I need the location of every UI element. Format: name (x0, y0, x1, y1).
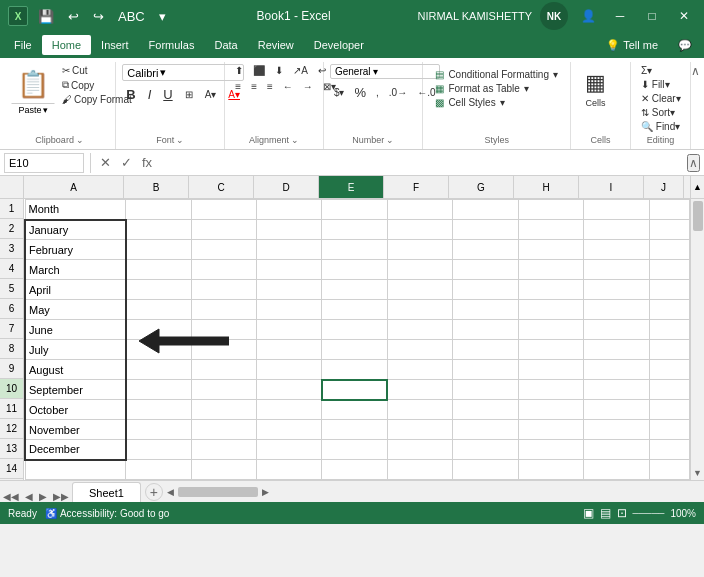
clipboard-expand-icon[interactable]: ⌄ (76, 135, 84, 145)
paste-button[interactable]: 📋 (10, 64, 56, 103)
increase-indent-button[interactable]: → (299, 80, 317, 93)
grid-cell[interactable] (387, 380, 452, 400)
align-right-button[interactable]: ≡ (263, 80, 277, 93)
grid-cell[interactable] (257, 340, 322, 360)
add-sheet-button[interactable]: + (145, 483, 163, 501)
grid-cell[interactable] (387, 420, 452, 440)
grid-cell[interactable] (387, 280, 452, 300)
fill-color-button[interactable]: A▾ (201, 88, 221, 101)
grid-cell[interactable] (649, 380, 689, 400)
grid-cell[interactable]: November (25, 420, 126, 440)
grid-cell[interactable]: February (25, 240, 126, 260)
grid-cell[interactable] (518, 200, 583, 220)
grid-cell[interactable] (584, 220, 649, 240)
grid-cell[interactable] (584, 240, 649, 260)
grid-cell[interactable] (387, 260, 452, 280)
grid-cell[interactable]: December (25, 440, 126, 460)
clear-button[interactable]: ✕ Clear▾ (637, 92, 685, 105)
grid-cell[interactable] (453, 240, 518, 260)
grid-cell[interactable] (584, 200, 649, 220)
grid-cell[interactable] (126, 260, 191, 280)
row-header-2[interactable]: 2 (0, 219, 23, 239)
grid-cell[interactable] (453, 360, 518, 380)
increase-decimal-button[interactable]: .0→ (385, 86, 411, 99)
tab-prev-single-button[interactable]: ◀ (22, 491, 36, 502)
grid-cell[interactable] (191, 380, 256, 400)
vscroll-down-arrow[interactable]: ▼ (691, 466, 704, 480)
grid-cell[interactable] (649, 460, 689, 480)
row-header-13[interactable]: 13 (0, 439, 23, 459)
grid-cell[interactable] (387, 300, 452, 320)
vscroll-thumb[interactable] (693, 201, 703, 231)
grid-cell[interactable] (518, 380, 583, 400)
grid-cell[interactable] (387, 320, 452, 340)
row-header-14[interactable]: 14 (0, 459, 23, 479)
col-header-d[interactable]: D (254, 176, 319, 198)
grid-cell[interactable] (191, 260, 256, 280)
grid-cell[interactable]: October (25, 400, 126, 420)
grid-cell[interactable] (584, 440, 649, 460)
grid-cell[interactable] (191, 340, 256, 360)
col-header-i[interactable]: I (579, 176, 644, 198)
grid-cell[interactable] (126, 400, 191, 420)
grid-cell[interactable] (453, 420, 518, 440)
grid-cell[interactable] (126, 340, 191, 360)
cells-button[interactable]: ▦ Cells (577, 64, 614, 114)
row-header-1[interactable]: 1 (0, 199, 23, 219)
grid-cell[interactable] (453, 200, 518, 220)
fill-button[interactable]: ⬇ Fill▾ (637, 78, 685, 91)
grid-cell[interactable] (649, 400, 689, 420)
normal-view-button[interactable]: ▣ (583, 506, 594, 520)
grid-cell[interactable] (649, 320, 689, 340)
grid-cell[interactable] (518, 300, 583, 320)
col-header-j[interactable]: J (644, 176, 684, 198)
grid-cell[interactable] (453, 440, 518, 460)
grid-cell[interactable] (387, 340, 452, 360)
grid-cell[interactable] (322, 440, 387, 460)
grid-cell[interactable]: June (25, 320, 126, 340)
grid-cell[interactable] (322, 300, 387, 320)
col-header-f[interactable]: F (384, 176, 449, 198)
grid-cell[interactable] (126, 460, 191, 480)
grid-cell[interactable] (322, 400, 387, 420)
page-break-view-button[interactable]: ⊡ (617, 506, 627, 520)
formula-insert-function-button[interactable]: fx (139, 155, 155, 170)
menu-formulas[interactable]: Formulas (139, 35, 205, 55)
grid-cell[interactable] (649, 200, 689, 220)
grid-cell[interactable] (257, 380, 322, 400)
hscroll-right-arrow[interactable]: ▶ (262, 487, 269, 497)
grid-cell[interactable] (322, 360, 387, 380)
grid-cell[interactable] (584, 340, 649, 360)
grid-cell[interactable] (453, 380, 518, 400)
grid-cell[interactable] (584, 460, 649, 480)
grid-cell[interactable] (257, 300, 322, 320)
grid-cell[interactable] (257, 400, 322, 420)
grid-cell[interactable] (649, 360, 689, 380)
redo-button[interactable]: ↪ (89, 7, 108, 26)
align-top-button[interactable]: ⬆ (231, 64, 247, 77)
grid-cell[interactable]: July (25, 340, 126, 360)
row-header-5[interactable]: 5 (0, 279, 23, 299)
grid-cell[interactable] (387, 400, 452, 420)
grid-cell[interactable] (584, 260, 649, 280)
grid-cell[interactable] (387, 460, 452, 480)
menu-insert[interactable]: Insert (91, 35, 139, 55)
menu-developer[interactable]: Developer (304, 35, 374, 55)
grid-cell[interactable] (387, 240, 452, 260)
decrease-indent-button[interactable]: ← (279, 80, 297, 93)
menu-home[interactable]: Home (42, 35, 91, 55)
qat-dropdown-button[interactable]: ▾ (155, 7, 170, 26)
grid-cell[interactable] (518, 320, 583, 340)
autosum-button[interactable]: Σ▾ (637, 64, 685, 77)
grid-cell[interactable] (322, 420, 387, 440)
number-expand-icon[interactable]: ⌄ (386, 135, 394, 145)
grid-cell[interactable]: September (25, 380, 126, 400)
ribbon-collapse-button[interactable]: ∧ (691, 64, 700, 78)
grid-cell[interactable] (387, 360, 452, 380)
row-header-10[interactable]: 10 (0, 379, 23, 399)
menu-review[interactable]: Review (248, 35, 304, 55)
conditional-formatting-button[interactable]: ▤ Conditional Formatting ▾ (431, 68, 562, 81)
grid-cell[interactable] (518, 240, 583, 260)
find-select-button[interactable]: 🔍 Find▾ (637, 120, 685, 133)
grid-cell[interactable] (584, 300, 649, 320)
